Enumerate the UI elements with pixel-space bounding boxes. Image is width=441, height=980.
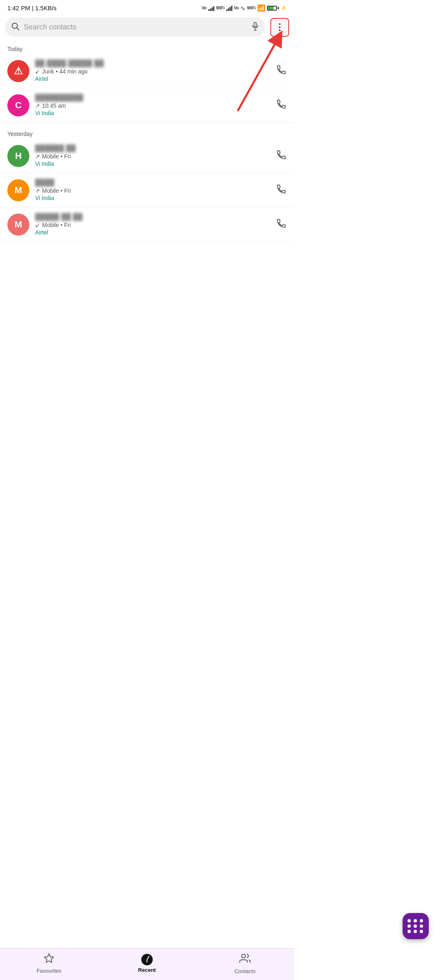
avatar-4: M bbox=[7, 179, 29, 201]
call-item-3: H ██████ ██ ↗ Mobile • Fri Vi India bbox=[0, 139, 294, 173]
vo-label-2: Vo bbox=[234, 6, 239, 10]
status-icons: Vo WiFi Vo ∿ WiFi 📶 ⚡ bbox=[202, 4, 287, 12]
search-icon bbox=[11, 22, 20, 33]
avatar-3: H bbox=[7, 145, 29, 167]
caller-name-2: ██████████ bbox=[35, 94, 270, 101]
svg-line-1 bbox=[17, 28, 19, 30]
avatar-1: ⚠ bbox=[7, 60, 29, 82]
call-direction-2: ↗ bbox=[35, 102, 40, 109]
mic-icon[interactable] bbox=[251, 22, 260, 33]
wifi-symbol: 📶 bbox=[257, 4, 265, 12]
call-network-2: Vi India bbox=[35, 110, 270, 116]
status-bar: 1:42 PM | 1.5KB/s Vo WiFi Vo ∿ WiFi 📶 ⚡ bbox=[0, 0, 294, 14]
menu-dot-2 bbox=[279, 27, 281, 28]
call-network-3: Vi India bbox=[35, 160, 270, 167]
call-item-2: C ██████████ ↗ 10:45 am Vi India bbox=[0, 88, 294, 122]
call-info-2: ██████████ ↗ 10:45 am Vi India bbox=[35, 94, 270, 116]
caller-name-3: ██████ ██ bbox=[35, 145, 270, 152]
call-item-5: M █████ ██ ██ ↙ Mobile • Fri Airtel bbox=[0, 207, 294, 242]
section-today: Today bbox=[0, 42, 294, 54]
signal-bars-2 bbox=[226, 5, 232, 11]
caller-name-5: █████ ██ ██ bbox=[35, 213, 270, 220]
call-meta-4: ↗ Mobile • Fri bbox=[35, 187, 270, 194]
call-info-5: █████ ██ ██ ↙ Mobile • Fri Airtel bbox=[35, 213, 270, 236]
menu-dot-3 bbox=[279, 29, 281, 31]
call-time-3: Mobile • Fri bbox=[42, 153, 71, 160]
wifi-label: WiFi bbox=[216, 6, 225, 10]
call-info-1: ██ ████ █████ ██ ↙ Junk • 44 min ago Air… bbox=[35, 60, 270, 82]
call-item-1: ⚠ ██ ████ █████ ██ ↙ Junk • 44 min ago A… bbox=[0, 54, 294, 88]
battery-indicator bbox=[267, 6, 279, 11]
more-options-button[interactable] bbox=[270, 18, 289, 37]
call-direction-4: ↗ bbox=[35, 187, 40, 194]
signal-bars-1 bbox=[208, 5, 214, 11]
call-info-4: ████ ↗ Mobile • Fri Vi India bbox=[35, 179, 270, 201]
caller-name-4: ████ bbox=[35, 179, 270, 186]
call-time-4: Mobile • Fri bbox=[42, 187, 71, 194]
avatar-5: M bbox=[7, 214, 29, 236]
vo-label: Vo bbox=[202, 6, 207, 10]
call-meta-2: ↗ 10:45 am bbox=[35, 102, 270, 109]
call-item-4: M ████ ↗ Mobile • Fri Vi India bbox=[0, 173, 294, 207]
call-network-5: Airtel bbox=[35, 229, 270, 236]
caller-name-1: ██ ████ █████ ██ bbox=[35, 60, 270, 67]
call-network-1: Airtel bbox=[35, 76, 270, 82]
call-meta-1: ↙ Junk • 44 min ago bbox=[35, 68, 270, 75]
svg-rect-2 bbox=[254, 22, 256, 27]
call-meta-5: ↙ Mobile • Fri bbox=[35, 222, 270, 228]
status-time: 1:42 PM | 1.5KB/s bbox=[7, 4, 57, 11]
call-meta-3: ↗ Mobile • Fri bbox=[35, 153, 270, 160]
call-direction-1: ↙ bbox=[35, 68, 40, 75]
call-direction-5: ↙ bbox=[35, 222, 40, 228]
call-type-1: Junk • 44 min ago bbox=[42, 68, 88, 75]
call-info-3: ██████ ██ ↗ Mobile • Fri Vi India bbox=[35, 145, 270, 167]
menu-dot-1 bbox=[279, 23, 281, 25]
search-bar-container: Search contacts bbox=[0, 14, 294, 42]
call-button-3[interactable] bbox=[276, 149, 287, 163]
call-direction-3: ↗ bbox=[35, 153, 40, 160]
wifi-label-2: WiFi bbox=[247, 6, 256, 10]
search-placeholder: Search contacts bbox=[24, 23, 247, 31]
call-button-4[interactable] bbox=[276, 184, 287, 197]
section-yesterday: Yesterday bbox=[0, 127, 294, 139]
call-button-5[interactable] bbox=[276, 218, 287, 231]
call-time-5: Mobile • Fri bbox=[42, 222, 71, 228]
call-button-1[interactable] bbox=[276, 65, 287, 78]
avatar-2: C bbox=[7, 94, 29, 116]
wifi-icon: ∿ bbox=[241, 5, 245, 11]
search-bar[interactable]: Search contacts bbox=[5, 18, 265, 37]
call-network-4: Vi India bbox=[35, 195, 270, 201]
call-time-2: 10:45 am bbox=[42, 102, 66, 109]
charging-icon: ⚡ bbox=[281, 5, 287, 11]
call-button-2[interactable] bbox=[276, 99, 287, 112]
